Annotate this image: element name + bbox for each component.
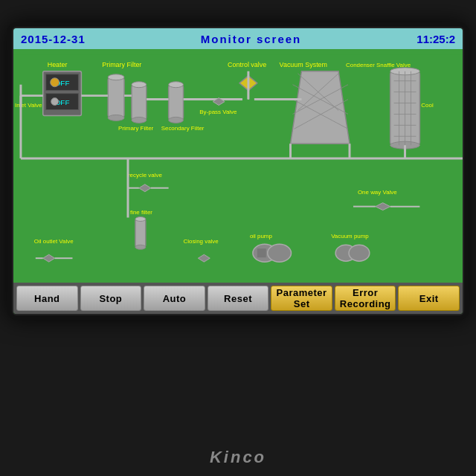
main-diagram: Heater Primary Filter Control valve Vacu… [13, 49, 463, 283]
svg-text:Cool: Cool [421, 102, 434, 109]
header-title: Monitor screen [201, 33, 302, 45]
error-recording-button[interactable]: Error Recording [335, 286, 396, 311]
svg-rect-68 [135, 219, 146, 248]
svg-point-13 [51, 98, 59, 106]
header-date: 2015-12-31 [21, 33, 86, 45]
svg-rect-80 [257, 248, 266, 257]
svg-point-19 [132, 117, 147, 123]
stop-button[interactable]: Stop [80, 286, 142, 311]
svg-point-70 [135, 245, 146, 249]
screen: 2015-12-31 Monitor screen 11:25:2 Heater… [12, 27, 464, 315]
svg-text:Control valve: Control valve [228, 61, 266, 68]
svg-point-23 [169, 117, 184, 123]
svg-text:recycle valve: recycle valve [128, 172, 162, 178]
reset-button[interactable]: Reset [208, 286, 269, 311]
svg-marker-28 [291, 71, 350, 144]
svg-text:fine filter: fine filter [130, 209, 152, 216]
svg-text:oil pump: oil pump [250, 233, 273, 239]
svg-point-18 [132, 82, 147, 88]
svg-point-12 [51, 78, 60, 87]
svg-point-79 [268, 244, 292, 262]
svg-rect-17 [132, 85, 147, 120]
svg-point-22 [169, 82, 184, 88]
auto-button[interactable]: Auto [144, 286, 205, 311]
brand-name: Kinco [210, 448, 266, 467]
svg-text:One way Valve: One way Valve [358, 189, 397, 196]
svg-point-16 [108, 115, 124, 120]
svg-rect-21 [169, 85, 184, 120]
button-bar: Hand Stop Auto Reset Parameter Set Error… [13, 283, 463, 314]
monitor-frame: 2015-12-31 Monitor screen 11:25:2 Heater… [7, 22, 469, 320]
svg-text:Inlet Valve: Inlet Valve [15, 102, 42, 109]
brand-area: Kinco [210, 439, 266, 476]
parameter-set-button[interactable]: Parameter Set [271, 286, 332, 311]
hand-button[interactable]: Hand [16, 286, 78, 311]
svg-text:Oil outlet Valve: Oil outlet Valve [34, 238, 74, 245]
header-bar: 2015-12-31 Monitor screen 11:25:2 [13, 28, 463, 49]
svg-text:Heater: Heater [48, 61, 68, 68]
svg-text:Vacuum pump: Vacuum pump [331, 233, 369, 239]
exit-button[interactable]: Exit [398, 286, 460, 311]
process-diagram: Heater Primary Filter Control valve Vacu… [13, 49, 463, 283]
svg-text:Secondary Filter: Secondary Filter [161, 125, 205, 132]
svg-point-69 [135, 217, 146, 222]
svg-rect-14 [108, 77, 124, 118]
svg-text:Primary Filter: Primary Filter [102, 61, 141, 68]
header-time: 11:25:2 [416, 33, 455, 45]
svg-text:By-pass Valve: By-pass Valve [199, 109, 237, 115]
svg-point-83 [349, 245, 370, 261]
svg-text:Vacuum System: Vacuum System [280, 61, 327, 68]
svg-text:Closing valve: Closing valve [183, 238, 219, 245]
svg-text:Primary Filter: Primary Filter [118, 125, 154, 132]
svg-point-15 [108, 74, 124, 80]
